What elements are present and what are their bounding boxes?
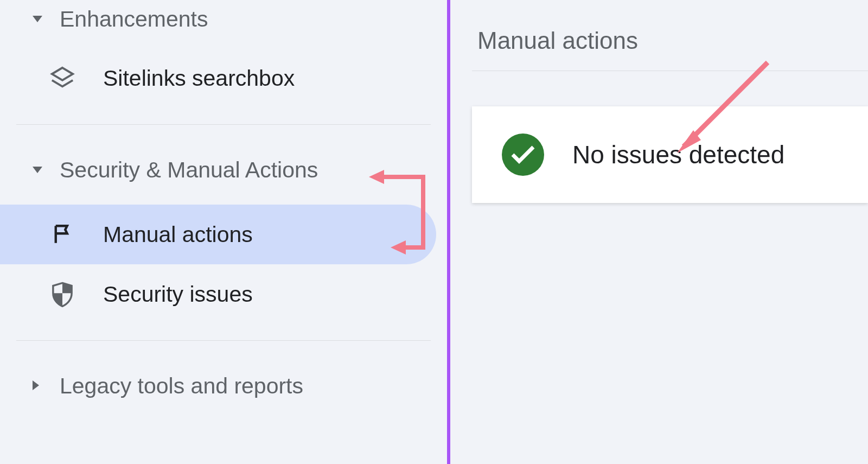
check-circle-icon (502, 134, 544, 176)
flag-icon (49, 221, 76, 248)
shield-icon (49, 281, 76, 308)
nav-item-label: Security issues (103, 282, 253, 307)
sidebar: Enhancements Sitelinks searchbox Securit… (0, 0, 447, 464)
page-title: Manual actions (477, 27, 638, 54)
main-content: Manual actions No issues detected (450, 0, 868, 464)
nav-item-sitelinks-searchbox[interactable]: Sitelinks searchbox (0, 43, 447, 113)
divider (16, 124, 431, 125)
layers-icon (49, 65, 76, 92)
divider (16, 340, 431, 341)
page-header: Manual actions (450, 0, 868, 71)
divider (472, 71, 868, 71)
section-label: Security & Manual Actions (60, 157, 318, 183)
section-enhancements[interactable]: Enhancements (0, 0, 447, 43)
nav-item-manual-actions[interactable]: Manual actions (0, 205, 436, 264)
chevron-down-icon (33, 15, 43, 24)
section-label: Legacy tools and reports (60, 373, 303, 399)
section-legacy-tools[interactable]: Legacy tools and reports (0, 352, 447, 410)
chevron-right-icon (33, 380, 43, 392)
status-message: No issues detected (572, 140, 784, 169)
chevron-down-icon (33, 166, 43, 175)
status-card: No issues detected (472, 106, 868, 203)
nav-item-security-issues[interactable]: Security issues (0, 264, 447, 324)
section-label: Enhancements (60, 7, 208, 32)
nav-item-label: Sitelinks searchbox (103, 66, 295, 91)
section-security-manual-actions[interactable]: Security & Manual Actions (0, 136, 447, 205)
nav-item-label: Manual actions (103, 222, 253, 247)
